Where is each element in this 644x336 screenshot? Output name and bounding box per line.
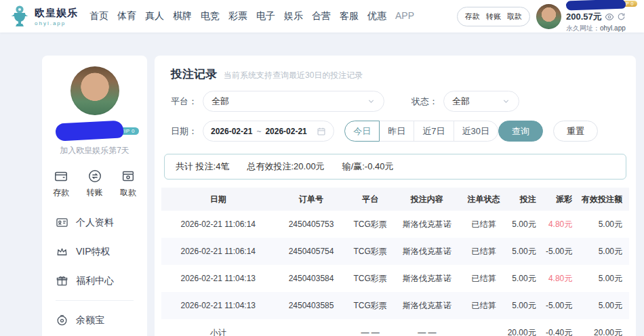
- gift-icon: [56, 274, 68, 287]
- nav-item-esports[interactable]: 电竞: [201, 10, 220, 22]
- nav-item-chess[interactable]: 棋牌: [173, 10, 192, 22]
- range-today-button[interactable]: 今日: [344, 121, 380, 142]
- search-button[interactable]: 查询: [498, 121, 543, 142]
- user-block[interactable]: VIP 0 200.57元 永: [536, 0, 637, 33]
- username-redacted: [566, 0, 626, 10]
- nav-item-slots[interactable]: 电子: [256, 10, 275, 22]
- main-nav: 首页 体育 真人 棋牌 电竞 彩票 电子 娱乐 合营 客服 优惠 APP: [89, 10, 414, 22]
- crown-icon: [56, 245, 68, 258]
- transfer-icon: [87, 169, 102, 184]
- nav-item-affiliate[interactable]: 合营: [312, 10, 331, 22]
- trophy-logo-icon: [9, 5, 30, 28]
- eye-icon[interactable]: [605, 12, 614, 22]
- col-header-order: 订单号: [275, 188, 347, 211]
- summary-bar: 共计 投注:4笔 总有效投注:20.00元 输/赢:-0.40元: [164, 154, 626, 180]
- sidebar-quick-actions: 存款 转账 取款: [42, 169, 147, 198]
- date-filter-label: 日期：: [171, 125, 197, 138]
- col-header-status: 注单状态: [461, 188, 506, 211]
- quick-range-group: 今日 昨日 近7日 近30日: [344, 121, 498, 142]
- withdraw-link[interactable]: 取款: [507, 12, 522, 22]
- range-30days-button[interactable]: 近30日: [454, 121, 498, 142]
- wallet-icon: [54, 169, 68, 184]
- id-card-icon: [56, 216, 68, 229]
- profile-sidebar: VIP 0 加入欧皇娱乐第7天 存款 转账: [42, 56, 147, 336]
- top-navbar: 欧皇娱乐 ohyl.app 首页 体育 真人 棋牌 电竞 彩票 电子 娱乐 合营…: [0, 0, 644, 33]
- col-header-platform: 平台: [348, 188, 393, 211]
- balance-amount: 200.57元: [566, 11, 602, 23]
- refresh-balance-icon[interactable]: [617, 12, 626, 21]
- nav-item-lottery[interactable]: 彩票: [228, 10, 247, 22]
- withdraw-icon: [121, 169, 136, 184]
- page-title: 投注记录: [171, 66, 217, 82]
- transfer-link[interactable]: 转账: [486, 12, 501, 22]
- nav-item-service[interactable]: 客服: [340, 10, 359, 22]
- wallet-actions-pill: 存款 转账 取款: [457, 7, 530, 26]
- date-start: 2026-02-21: [211, 127, 252, 136]
- sidebar-divider: [56, 300, 134, 301]
- col-header-payout: 派彩: [543, 188, 580, 211]
- nav-item-live[interactable]: 真人: [145, 10, 164, 22]
- sidebar-menu: 个人资料 VIP特权 福利中心: [42, 208, 147, 336]
- nav-item-sports[interactable]: 体育: [117, 10, 136, 22]
- table-row: 2026-02-21 11:06:14 2450405753 TCG彩票 斯洛伐…: [161, 211, 629, 238]
- nav-item-app[interactable]: APP: [395, 10, 414, 22]
- deposit-link[interactable]: 存款: [465, 12, 480, 22]
- col-header-content: 投注内容: [393, 188, 461, 211]
- nav-item-promo[interactable]: 优惠: [367, 10, 386, 22]
- sidebar-item-welfare[interactable]: 福利中心: [56, 266, 147, 295]
- betting-records-panel: 投注记录 当前系统支持查询最近30日的投注记录 平台： 全部 状态： 全部 日期…: [155, 56, 636, 336]
- brand-domain: ohyl.app: [35, 20, 78, 26]
- sidebar-transfer-button[interactable]: 转账: [87, 169, 103, 198]
- date-range-input[interactable]: 2026-02-21 ~ 2026-02-21: [203, 121, 334, 142]
- table-row: 2026-02-21 11:06:14 2450405754 TCG彩票 斯洛伐…: [161, 238, 629, 265]
- reset-button[interactable]: 重置: [553, 121, 598, 142]
- permanent-url: 永久网址：ohyl.app: [566, 24, 637, 33]
- platform-select[interactable]: 全部: [203, 91, 384, 112]
- brand-name: 欧皇娱乐: [35, 7, 78, 20]
- platform-filter-label: 平台：: [171, 96, 197, 108]
- nav-item-entertainment[interactable]: 娱乐: [284, 10, 303, 22]
- range-yesterday-button[interactable]: 昨日: [379, 121, 414, 142]
- table-row: 2026-02-21 11:04:13 2450403585 TCG彩票 斯洛伐…: [161, 292, 629, 319]
- summary-count: 共计 投注:4笔: [176, 161, 229, 173]
- col-header-valid: 有效投注额: [579, 188, 629, 211]
- chevron-down-icon: [502, 97, 510, 106]
- sidebar-username-redacted: [55, 120, 123, 141]
- subtotal-row: 小计 — — — — 20.00元 -0.40元 20.00元: [161, 319, 629, 336]
- date-end: 2026-02-21: [265, 127, 306, 136]
- user-avatar[interactable]: [536, 4, 561, 29]
- summary-win-lose: 输/赢:-0.40元: [342, 161, 394, 173]
- brand-logo[interactable]: 欧皇娱乐 ohyl.app: [9, 5, 78, 28]
- range-7days-button[interactable]: 近7日: [414, 121, 454, 142]
- col-header-date: 日期: [161, 188, 275, 211]
- table-row: 2026-02-21 11:04:13 2450403584 TCG彩票 斯洛伐…: [161, 265, 629, 292]
- nav-item-home[interactable]: 首页: [89, 10, 108, 22]
- page-subtitle: 当前系统支持查询最近30日的投注记录: [224, 70, 363, 81]
- date-separator: ~: [256, 127, 261, 136]
- join-days-text: 加入欧皇娱乐第7天: [42, 145, 147, 156]
- sidebar-avatar[interactable]: [71, 66, 119, 115]
- sidebar-deposit-button[interactable]: 存款: [53, 169, 69, 198]
- status-select[interactable]: 全部: [443, 91, 519, 112]
- table-header-row: 日期 订单号 平台 投注内容 注单状态 投注 派彩 有效投注额: [161, 188, 629, 211]
- calendar-icon: [317, 127, 326, 136]
- coin-icon: [56, 314, 68, 327]
- col-header-bet: 投注: [506, 188, 543, 211]
- sidebar-item-profile[interactable]: 个人资料: [56, 208, 147, 237]
- summary-valid-total: 总有效投注:20.00元: [247, 161, 324, 173]
- chevron-down-icon: [367, 97, 376, 106]
- sidebar-withdraw-button[interactable]: 取款: [120, 169, 136, 198]
- sidebar-item-vip[interactable]: VIP特权: [56, 237, 147, 266]
- sidebar-item-yuebao[interactable]: 余额宝: [56, 306, 147, 335]
- bet-records-table: 日期 订单号 平台 投注内容 注单状态 投注 派彩 有效投注额 2026-02-…: [161, 188, 629, 336]
- status-filter-label: 状态：: [411, 96, 438, 108]
